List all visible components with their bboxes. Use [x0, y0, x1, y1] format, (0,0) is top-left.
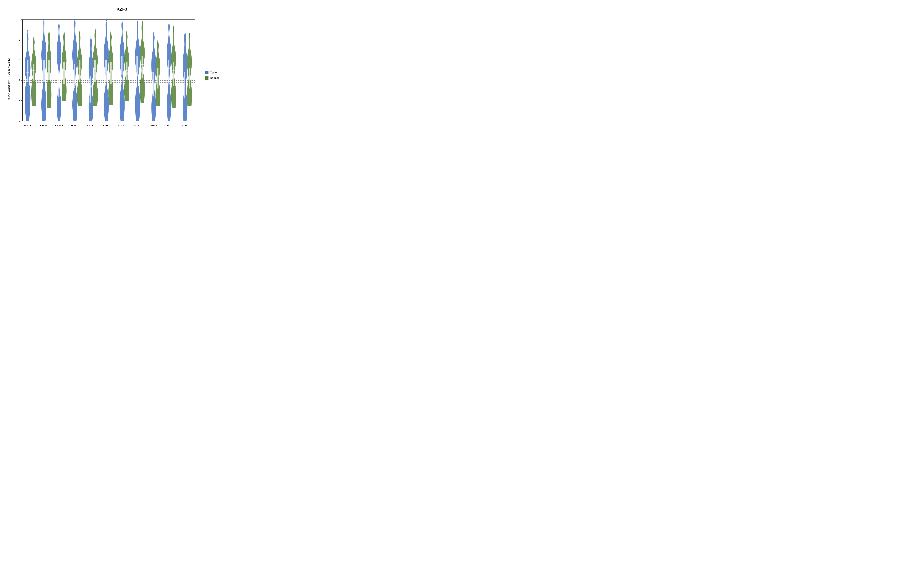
svg-rect-88 [142, 56, 143, 79]
svg-rect-104 [168, 60, 170, 82]
svg-text:0: 0 [19, 119, 20, 122]
svg-rect-110 [173, 62, 174, 86]
y-axis-label: mRNA Expression (RNASeq V2, log2) [5, 13, 13, 138]
x-label-lusc: LUSC [134, 124, 141, 127]
x-label-blca: BLCA [24, 124, 31, 127]
svg-rect-68 [110, 62, 111, 84]
x-label-luad: LUAD [118, 124, 125, 127]
svg-rect-122 [189, 68, 190, 89]
svg-rect-82 [136, 56, 138, 76]
x-label-kich: KICH [87, 124, 94, 127]
svg-rect-38 [63, 62, 65, 84]
legend-tumor-label: Tumor [210, 71, 218, 74]
x-label-hnsc: HNSC [71, 124, 78, 127]
x-label-prad: PRAD [150, 124, 157, 127]
svg-text:2: 2 [19, 99, 20, 102]
svg-rect-28 [48, 60, 50, 81]
x-label-thca: THCA [165, 124, 173, 127]
plot-wrapper: 0 2 4 6 8 [13, 13, 201, 138]
svg-rect-48 [79, 60, 81, 82]
svg-rect-116 [184, 73, 185, 98]
x-label-kirc: KIRC [103, 124, 109, 127]
x-label-brca: BRCA [40, 124, 47, 127]
svg-rect-62 [105, 60, 107, 82]
svg-rect-58 [94, 60, 96, 82]
chart-title: IKZF3 [5, 5, 226, 13]
svg-text:8: 8 [19, 39, 20, 41]
plot-and-legend: 0 2 4 6 8 [13, 13, 226, 138]
svg-rect-100 [157, 68, 158, 89]
svg-rect-72 [121, 56, 123, 76]
legend-tumor: Tumor [205, 71, 218, 74]
x-label-coad: COAD [55, 124, 63, 127]
svg-rect-32 [58, 70, 59, 97]
svg-text:10: 10 [17, 18, 20, 21]
svg-rect-42 [74, 64, 75, 88]
svg-rect-18 [33, 64, 34, 81]
svg-rect-52 [89, 76, 91, 103]
svg-text:6: 6 [19, 59, 20, 61]
legend-area: Tumor Normal [201, 13, 226, 138]
plot-svg-area: 0 2 4 6 8 [13, 13, 201, 138]
svg-rect-22 [43, 60, 45, 82]
legend-normal-label: Normal [210, 76, 219, 79]
svg-rect-78 [126, 62, 128, 81]
x-label-ucec: UCEC [181, 124, 188, 127]
svg-text:4: 4 [19, 79, 20, 82]
chart-area: mRNA Expression (RNASeq V2, log2) [5, 13, 226, 138]
violin-chart-svg: 0 2 4 6 8 [13, 13, 201, 138]
legend-normal: Normal [205, 76, 219, 80]
chart-container: IKZF3 mRNA Expression (RNASeq V2, log2) [5, 5, 226, 139]
legend-tumor-color [205, 71, 208, 74]
legend-normal-color [205, 76, 208, 80]
svg-rect-94 [152, 73, 154, 97]
svg-rect-12 [27, 60, 28, 82]
